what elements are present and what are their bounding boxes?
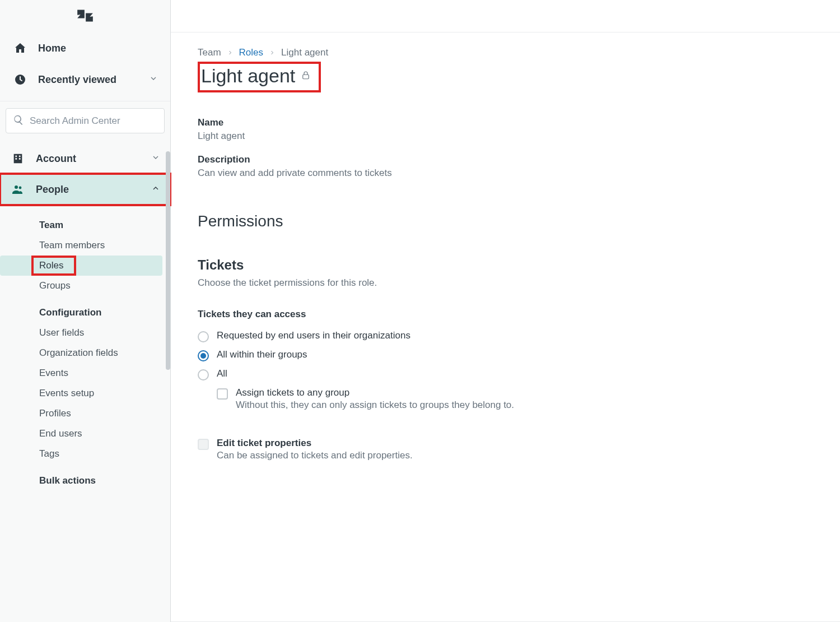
chevron-up-icon [151, 184, 160, 196]
checkbox-icon [217, 388, 228, 400]
tickets-access-label: Tickets they can access [198, 309, 813, 320]
subnav-events-setup[interactable]: Events setup [0, 383, 162, 403]
edit-props-group: Edit ticket properties Can be assigned t… [198, 434, 813, 465]
radio-all[interactable]: All [198, 365, 813, 384]
check-edit-props[interactable]: Edit ticket properties Can be assigned t… [198, 434, 813, 465]
check-assign-any-group[interactable]: Assign tickets to any group Without this… [198, 384, 813, 414]
subnav-heading-bulk-actions: Bulk actions [0, 464, 170, 491]
description-value: Can view and add private comments to tic… [198, 168, 813, 179]
page-title: Light agent [201, 65, 295, 87]
section-people-label: People [36, 184, 141, 196]
subnav-profiles[interactable]: Profiles [0, 403, 162, 424]
search-box[interactable] [6, 108, 165, 133]
radio-icon [198, 350, 209, 361]
description-label: Description [198, 154, 813, 165]
nav-recently-viewed[interactable]: Recently viewed [0, 64, 170, 95]
subnav-events[interactable]: Events [0, 363, 162, 383]
chevron-down-icon [151, 153, 160, 165]
chevron-right-icon [227, 49, 234, 56]
clock-icon [12, 72, 28, 87]
sidebar: Home Recently viewed Account [0, 0, 171, 622]
svg-rect-3 [303, 75, 309, 79]
breadcrumb-team: Team [198, 47, 221, 58]
radio-icon [198, 331, 209, 342]
content: Team Roles Light agent Light agent Name … [171, 33, 840, 622]
edit-props-desc: Can be assigned to tickets and edit prop… [217, 450, 413, 461]
permissions-heading: Permissions [198, 212, 813, 230]
lock-icon [301, 69, 311, 82]
breadcrumb: Team Roles Light agent [198, 47, 813, 58]
subnav-heading-configuration: Configuration [0, 296, 170, 323]
radio-org-label: Requested by end users in their organiza… [217, 330, 410, 341]
home-icon [12, 40, 28, 56]
radio-groups-label: All within their groups [217, 349, 307, 360]
main: Team Roles Light agent Light agent Name … [171, 0, 840, 622]
radio-all-label: All [217, 368, 227, 379]
radio-org[interactable]: Requested by end users in their organiza… [198, 327, 813, 346]
page-title-highlight: Light agent [198, 62, 321, 92]
section-account-label: Account [36, 153, 141, 165]
breadcrumb-roles-link[interactable]: Roles [239, 47, 263, 58]
search-icon [13, 114, 24, 127]
checkbox-icon [198, 439, 209, 450]
section-account[interactable]: Account [0, 143, 170, 174]
subnav-roles-label: Roles [39, 260, 63, 271]
tickets-desc: Choose the ticket permissions for this r… [198, 277, 813, 289]
radio-icon [198, 369, 209, 380]
subnav-heading-team: Team [0, 208, 170, 235]
people-icon [10, 183, 26, 196]
brand-logo [0, 0, 170, 33]
subnav-groups[interactable]: Groups [0, 276, 162, 296]
topbar [171, 0, 840, 33]
field-description: Description Can view and add private com… [198, 154, 813, 179]
people-subnav: Team Team members Roles Groups Configura… [0, 205, 170, 502]
tickets-access-group: Tickets they can access Requested by end… [198, 309, 813, 414]
field-name: Name Light agent [198, 117, 813, 142]
tickets-heading: Tickets [198, 257, 813, 273]
name-value: Light agent [198, 131, 813, 142]
building-icon [10, 152, 26, 165]
nav-recent-label: Recently viewed [38, 74, 139, 86]
subnav-organization-fields[interactable]: Organization fields [0, 343, 162, 363]
nav-home-label: Home [38, 43, 158, 54]
radio-groups[interactable]: All within their groups [198, 346, 813, 365]
assign-any-group-desc: Without this, they can only assign ticke… [236, 400, 514, 411]
subnav-roles[interactable]: Roles [0, 256, 162, 276]
zendesk-logo-icon [77, 7, 94, 26]
subnav-user-fields[interactable]: User fields [0, 323, 162, 343]
search-input[interactable] [30, 115, 157, 127]
edit-props-label: Edit ticket properties [217, 438, 413, 449]
scrollbar-thumb[interactable] [166, 151, 170, 370]
chevron-down-icon [149, 74, 158, 86]
svg-point-2 [19, 187, 22, 189]
nav-home[interactable]: Home [0, 33, 170, 64]
subnav-tags[interactable]: Tags [0, 444, 162, 464]
assign-any-group-label: Assign tickets to any group [236, 387, 514, 398]
chevron-right-icon [269, 49, 276, 56]
name-label: Name [198, 117, 813, 128]
subnav-team-members[interactable]: Team members [0, 235, 162, 256]
section-people[interactable]: People [0, 174, 170, 205]
breadcrumb-current: Light agent [281, 47, 328, 58]
svg-point-1 [15, 185, 18, 189]
subnav-end-users[interactable]: End users [0, 424, 162, 444]
